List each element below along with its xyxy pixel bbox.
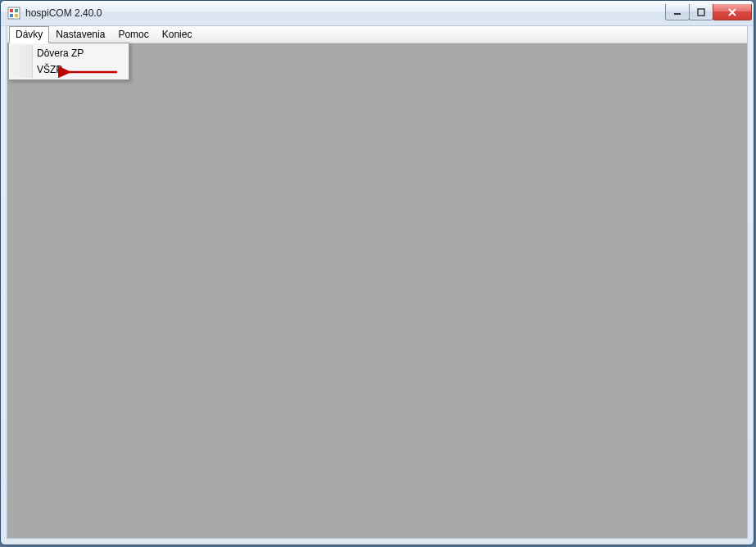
window-title: hospiCOM 2.40.0 — [25, 7, 666, 19]
svg-rect-3 — [10, 14, 13, 17]
menu-nastavenia[interactable]: Nastavenia — [49, 26, 111, 43]
minimize-button[interactable] — [665, 4, 690, 20]
dropdown-item-label: VŠZP — [37, 64, 62, 75]
close-button[interactable] — [713, 4, 752, 20]
app-icon — [7, 7, 20, 20]
menu-pomoc[interactable]: Pomoc — [111, 26, 155, 43]
menu-label: Pomoc — [118, 29, 148, 40]
maximize-button[interactable] — [689, 4, 713, 20]
menu-davky[interactable]: Dávky — [9, 26, 49, 43]
menu-label: Dávky — [16, 29, 43, 40]
close-icon — [727, 8, 737, 16]
menu-label: Koniec — [162, 29, 192, 40]
menu-label: Nastavenia — [56, 29, 105, 40]
svg-rect-4 — [15, 14, 18, 17]
dropdown-item-label: Dôvera ZP — [37, 47, 84, 59]
svg-rect-2 — [15, 9, 18, 12]
menu-koniec[interactable]: Koniec — [156, 26, 199, 43]
minimize-icon — [673, 8, 681, 16]
dropdown-item-dovera-zp[interactable]: Dôvera ZP — [11, 45, 127, 61]
svg-rect-5 — [674, 13, 681, 15]
app-window: hospiCOM 2.40.0 Dávky — [0, 0, 754, 545]
svg-rect-6 — [698, 9, 704, 16]
mdi-content — [7, 43, 747, 538]
menubar: Dávky Nastavenia Pomoc Koniec — [7, 26, 747, 43]
svg-rect-1 — [10, 9, 13, 12]
window-controls — [666, 4, 752, 20]
menu-davky-dropdown: Dôvera ZP VŠZP — [8, 43, 129, 80]
client-area: Dávky Nastavenia Pomoc Koniec — [7, 25, 748, 539]
titlebar[interactable]: hospiCOM 2.40.0 — [1, 1, 754, 26]
dropdown-item-vszp[interactable]: VŠZP — [11, 61, 127, 78]
maximize-icon — [697, 8, 705, 16]
